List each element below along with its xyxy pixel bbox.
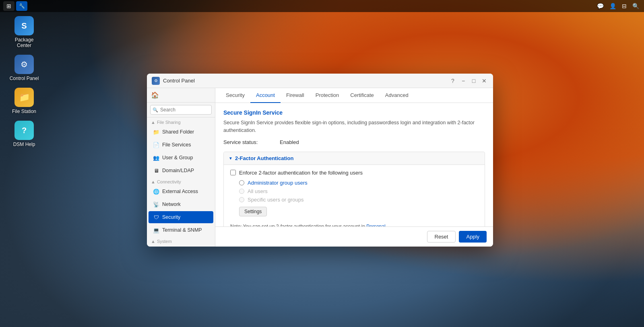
content-area: Secure SignIn Service Secure SignIn Serv… (215, 103, 493, 226)
package-center-icon: S (14, 16, 34, 35)
desktop-icons: S Package Center ⚙ Control Panel 📁 File … (8, 16, 40, 147)
control-panel-icon: ⚙ (14, 55, 34, 74)
settings-button[interactable]: Settings (239, 207, 267, 216)
taskbar: ⊞ 🔧 💬 👤 ⊟ 🔍 (0, 0, 644, 12)
desktop-icon-control-panel[interactable]: ⚙ Control Panel (8, 55, 40, 81)
section-collapse-icon-3: ▲ (151, 239, 155, 244)
tab-firewall[interactable]: Firewall (281, 88, 310, 103)
radio-specific-users[interactable] (239, 197, 244, 202)
active-app-button[interactable]: 🔧 (16, 1, 27, 11)
note-text-after: . (386, 224, 387, 227)
shared-folder-icon: 📁 (153, 128, 160, 136)
control-panel-label: Control Panel (10, 76, 39, 81)
desktop-icon-file-station[interactable]: 📁 File Station (8, 88, 40, 114)
enforce-2fa-row: Enforce 2-factor authentication for the … (230, 170, 478, 176)
window-titlebar: ⚙ Control Panel ? − □ ✕ (147, 74, 493, 88)
section-collapse-icon-2: ▲ (151, 179, 155, 184)
window-body: 🏠 🔍 ▲ File Sharing 📁 (147, 88, 493, 247)
sidebar-section-system: ▲ System (147, 237, 215, 245)
desktop: ⊞ 🔧 💬 👤 ⊟ 🔍 S Package Center ⚙ Control P… (0, 0, 644, 327)
window-title: Control Panel (163, 78, 446, 84)
sidebar-item-file-services[interactable]: 📄 File Services (149, 139, 213, 151)
sidebar-home-button[interactable]: 🏠 (147, 88, 215, 103)
home-icon: 🏠 (151, 91, 159, 99)
sidebar-section-file-sharing: ▲ File Sharing (147, 117, 215, 125)
taskbar-right: 💬 👤 ⊟ 🔍 (595, 2, 641, 10)
tab-account[interactable]: Account (250, 88, 281, 103)
sidebar-item-shared-folder[interactable]: 📁 Shared Folder (149, 126, 213, 138)
window-footer: Reset Apply (215, 226, 493, 247)
external-access-icon: 🌐 (153, 188, 160, 195)
tab-advanced[interactable]: Advanced (380, 88, 414, 103)
sidebar-item-terminal-snmp[interactable]: 💻 Terminal & SNMP (149, 224, 213, 236)
tab-protection[interactable]: Protection (310, 88, 345, 103)
file-services-icon: 📄 (153, 141, 160, 148)
tabs: Security Account Firewall Protection Cer… (215, 88, 493, 103)
window-app-icon: ⚙ (152, 77, 160, 85)
dsm-help-label: DSM Help (13, 142, 35, 147)
radio-row-specific: Specific users or groups (239, 197, 478, 203)
sidebar-item-external-access[interactable]: 🌐 External Access (149, 185, 213, 197)
sidebar-item-label-shared-folder: Shared Folder (162, 129, 194, 135)
package-center-label: Package Center (8, 37, 40, 48)
terminal-snmp-icon: 💻 (153, 226, 160, 234)
search-icon[interactable]: 🔍 (631, 2, 641, 10)
desktop-icon-package-center[interactable]: S Package Center (8, 16, 40, 48)
close-button[interactable]: ✕ (480, 77, 488, 85)
sidebar-section-label-file-sharing: ▲ File Sharing (151, 120, 211, 125)
sidebar-item-label-user-group: User & Group (162, 155, 193, 160)
user-icon[interactable]: 👤 (608, 2, 618, 10)
apps-button[interactable]: ⊞ (3, 1, 14, 11)
radio-admin-label: Administrator group users (248, 180, 308, 186)
sidebar-item-label-network: Network (162, 202, 181, 207)
enforce-2fa-checkbox[interactable] (230, 170, 236, 175)
network-icon: 📡 (153, 201, 160, 208)
main-content: Security Account Firewall Protection Cer… (215, 88, 493, 247)
control-panel-window: ⚙ Control Panel ? − □ ✕ 🏠 🔍 (147, 74, 493, 247)
sidebar-section-connectivity: ▲ Connectivity (147, 177, 215, 185)
personal-link[interactable]: Personal (366, 224, 385, 227)
radio-admin-group[interactable] (239, 180, 244, 185)
radio-row-admin: Administrator group users (239, 180, 478, 186)
help-button[interactable]: ? (449, 77, 457, 85)
window-controls: ? − □ ✕ (449, 77, 488, 85)
taskbar-app-icon: 🔧 (19, 3, 25, 9)
two-factor-body: Enforce 2-factor authentication for the … (224, 165, 485, 227)
radio-all-users[interactable] (239, 189, 244, 194)
search-icon: 🔍 (153, 107, 158, 113)
note-text-before: Note: You can set up 2-factor authentica… (230, 224, 366, 227)
sidebar-item-network[interactable]: 📡 Network (149, 198, 213, 210)
note-text: Note: You can set up 2-factor authentica… (230, 224, 478, 227)
reset-button[interactable]: Reset (427, 231, 456, 243)
user-group-icon: 👥 (153, 154, 160, 161)
two-factor-header[interactable]: ▼ 2-Factor Authentication (224, 152, 485, 165)
section-desc: Secure SignIn Service provides flexible … (223, 119, 485, 134)
radio-group-2fa: Administrator group users All users Spec… (239, 180, 478, 203)
minimize-button[interactable]: − (459, 77, 467, 85)
sidebar-item-user-group[interactable]: 👥 User & Group (149, 152, 213, 164)
file-station-icon: 📁 (14, 88, 34, 107)
tab-certificate[interactable]: Certificate (345, 88, 380, 103)
service-status-row: Service status: Enabled (223, 139, 485, 145)
enforce-2fa-label: Enforce 2-factor authentication for the … (239, 170, 363, 176)
section-title: Secure SignIn Service (223, 109, 485, 116)
service-status-label: Service status: (223, 139, 280, 145)
sidebar-search-container: 🔍 (147, 103, 215, 117)
two-factor-chevron-icon: ▼ (229, 156, 233, 160)
sidebar-item-security[interactable]: 🛡 Security (149, 211, 213, 223)
chat-icon[interactable]: 💬 (595, 2, 605, 10)
radio-specific-label: Specific users or groups (248, 197, 303, 203)
section-collapse-icon: ▲ (151, 120, 155, 125)
security-icon: 🛡 (153, 214, 160, 221)
radio-all-users-label: All users (248, 188, 268, 194)
sidebar-item-label-security: Security (162, 214, 180, 220)
sidebar-item-domain-ldap[interactable]: 🖥 Domain/LDAP (149, 165, 213, 177)
sidebar: 🏠 🔍 ▲ File Sharing 📁 (147, 88, 215, 247)
search-input[interactable] (150, 105, 212, 115)
display-icon[interactable]: ⊟ (620, 2, 628, 10)
maximize-button[interactable]: □ (470, 77, 478, 85)
desktop-icon-dsm-help[interactable]: ? DSM Help (8, 121, 40, 147)
apply-button[interactable]: Apply (459, 231, 487, 243)
sidebar-item-label-domain-ldap: Domain/LDAP (162, 168, 194, 173)
tab-security[interactable]: Security (220, 88, 250, 103)
